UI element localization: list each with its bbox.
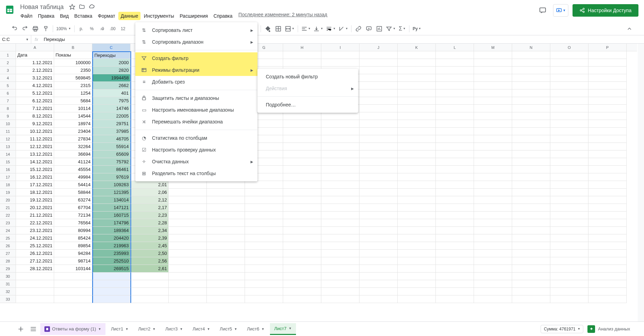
cell[interactable] [550, 295, 588, 303]
cell[interactable] [321, 51, 359, 59]
cell[interactable] [436, 257, 474, 265]
cell[interactable] [474, 135, 512, 143]
print-button[interactable] [31, 24, 40, 34]
cell[interactable] [283, 288, 321, 295]
cell[interactable] [207, 257, 245, 265]
cell[interactable]: 2,12 [130, 196, 169, 204]
cell[interactable] [283, 173, 321, 181]
cell[interactable] [54, 280, 92, 288]
row-header[interactable]: 32 [0, 288, 16, 295]
cell[interactable] [550, 173, 588, 181]
cell[interactable] [512, 120, 550, 128]
row-header[interactable]: 22 [0, 212, 16, 219]
cell[interactable] [398, 204, 436, 212]
cell[interactable] [436, 288, 474, 295]
cell[interactable]: 22005 [92, 112, 130, 120]
cell[interactable] [436, 89, 474, 97]
cell[interactable] [359, 105, 398, 112]
cell[interactable]: 7.12.2021 [16, 105, 54, 112]
cell[interactable] [359, 257, 398, 265]
cell[interactable]: 94284 [54, 250, 92, 257]
cell[interactable] [283, 257, 321, 265]
split-text-item[interactable]: ⊞Разделить текст на столбцы [135, 167, 257, 179]
cell[interactable] [474, 89, 512, 97]
cell[interactable] [588, 173, 627, 181]
cell[interactable]: 14746 [92, 105, 130, 112]
cell[interactable] [588, 158, 627, 166]
cell[interactable] [512, 89, 550, 97]
cell[interactable]: 80994 [54, 227, 92, 234]
cell[interactable]: 67704 [54, 204, 92, 212]
row-header[interactable]: 19 [0, 189, 16, 196]
cell[interactable]: 9.12.2021 [16, 120, 54, 128]
cell[interactable] [474, 250, 512, 257]
cell[interactable] [321, 212, 359, 219]
cell[interactable] [207, 273, 245, 280]
cell[interactable] [512, 97, 550, 105]
star-icon[interactable] [69, 3, 76, 10]
cell[interactable] [550, 112, 588, 120]
sheets-logo[interactable] [3, 3, 17, 17]
cell[interactable] [588, 105, 627, 112]
cell[interactable] [245, 257, 283, 265]
cell[interactable]: 63274 [54, 196, 92, 204]
row-header[interactable]: 33 [0, 295, 16, 303]
cell[interactable] [130, 288, 169, 295]
cell[interactable] [436, 273, 474, 280]
col-header-L[interactable]: L [436, 44, 474, 51]
cell[interactable] [359, 89, 398, 97]
cell[interactable] [359, 135, 398, 143]
cell[interactable] [321, 250, 359, 257]
cell[interactable] [436, 59, 474, 67]
cell[interactable] [588, 242, 627, 250]
cell[interactable] [169, 280, 207, 288]
cell[interactable]: 7975 [92, 97, 130, 105]
cell[interactable]: 2,17 [130, 204, 169, 212]
cell[interactable] [512, 158, 550, 166]
cell[interactable] [398, 97, 436, 105]
cell[interactable] [245, 250, 283, 257]
cell[interactable] [207, 196, 245, 204]
cell[interactable] [359, 250, 398, 257]
cell[interactable]: 41124 [54, 158, 92, 166]
cell[interactable] [321, 128, 359, 135]
cell[interactable] [283, 112, 321, 120]
cell[interactable] [436, 227, 474, 234]
cell[interactable]: 2,34 [130, 227, 169, 234]
row-header[interactable]: 29 [0, 265, 16, 273]
cell[interactable] [588, 150, 627, 158]
cell[interactable] [512, 288, 550, 295]
cell[interactable] [359, 143, 398, 150]
cell[interactable] [474, 242, 512, 250]
cell[interactable] [588, 51, 627, 59]
cell[interactable] [398, 166, 436, 173]
cell[interactable] [550, 150, 588, 158]
cell[interactable] [92, 273, 130, 280]
cell[interactable] [359, 112, 398, 120]
cell[interactable] [512, 212, 550, 219]
cell[interactable] [436, 212, 474, 219]
menu-вид[interactable]: Вид [58, 12, 71, 20]
cell[interactable] [588, 120, 627, 128]
col-header-H[interactable]: H [283, 44, 321, 51]
cell[interactable] [398, 112, 436, 120]
cell[interactable]: 58844 [54, 189, 92, 196]
cell[interactable]: Показы [54, 51, 92, 59]
cell[interactable] [550, 158, 588, 166]
cell[interactable] [512, 143, 550, 150]
cell[interactable]: 1.12.2021 [16, 59, 54, 67]
zoom-select[interactable]: 100% ▼ [55, 24, 72, 34]
cell[interactable]: 11.12.2021 [16, 135, 54, 143]
cell[interactable]: 2820 [92, 67, 130, 74]
cell[interactable] [359, 295, 398, 303]
col-header-M[interactable]: M [474, 44, 512, 51]
row-header[interactable]: 11 [0, 128, 16, 135]
cell[interactable] [207, 242, 245, 250]
cell[interactable] [550, 135, 588, 143]
comment-button[interactable] [364, 24, 374, 34]
cell[interactable] [398, 143, 436, 150]
col-stats-item[interactable]: ◔Статистика по столбцам [135, 132, 257, 144]
cell[interactable] [588, 128, 627, 135]
cell[interactable] [359, 166, 398, 173]
cell[interactable]: 109263 [92, 181, 130, 189]
